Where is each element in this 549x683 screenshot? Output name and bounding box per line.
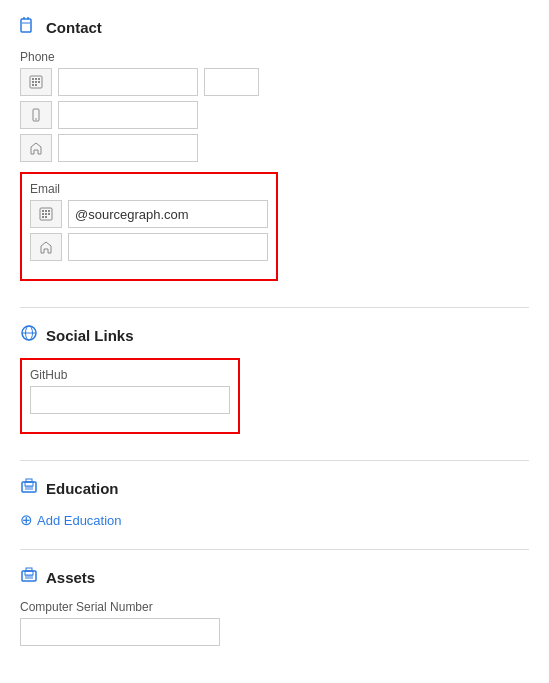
github-input-row	[30, 386, 230, 414]
email-home-icon	[30, 233, 62, 261]
phone-mobile-icon	[20, 101, 52, 129]
phone-work-row	[20, 68, 529, 96]
email-label: Email	[30, 182, 268, 196]
svg-rect-31	[26, 479, 32, 482]
svg-rect-17	[45, 210, 47, 212]
svg-point-14	[35, 118, 37, 120]
email-work-icon	[30, 200, 62, 228]
svg-rect-0	[21, 19, 31, 32]
contact-header: Contact	[20, 16, 529, 38]
computer-serial-label: Computer Serial Number	[20, 600, 529, 614]
assets-icon	[20, 566, 38, 588]
github-highlight-box: GitHub	[20, 358, 240, 434]
social-section: Social Links GitHub	[20, 324, 529, 440]
divider-3	[20, 549, 529, 550]
phone-work-input[interactable]	[58, 68, 198, 96]
svg-rect-22	[42, 216, 44, 218]
assets-section: Assets Computer Serial Number	[20, 566, 529, 646]
email-group: Email	[30, 182, 268, 261]
divider-2	[20, 460, 529, 461]
svg-rect-20	[45, 213, 47, 215]
svg-rect-21	[48, 213, 50, 215]
github-label: GitHub	[30, 368, 230, 382]
education-section: Education ⊕ Add Education	[20, 477, 529, 529]
svg-rect-19	[42, 213, 44, 215]
phone-mobile-input[interactable]	[58, 101, 198, 129]
assets-title: Assets	[46, 569, 95, 586]
phone-work-icon	[20, 68, 52, 96]
svg-rect-8	[32, 81, 34, 83]
svg-rect-5	[32, 78, 34, 80]
computer-serial-row	[20, 618, 529, 646]
email-home-input[interactable]	[68, 233, 268, 261]
phone-label: Phone	[20, 50, 529, 64]
svg-rect-7	[38, 78, 40, 80]
computer-serial-input[interactable]	[20, 618, 220, 646]
email-work-input[interactable]	[68, 200, 268, 228]
social-header: Social Links	[20, 324, 529, 346]
svg-rect-6	[35, 78, 37, 80]
divider-1	[20, 307, 529, 308]
computer-serial-group: Computer Serial Number	[20, 600, 529, 646]
contact-title: Contact	[46, 19, 102, 36]
svg-rect-18	[48, 210, 50, 212]
assets-header: Assets	[20, 566, 529, 588]
svg-rect-12	[35, 84, 37, 86]
svg-rect-23	[45, 216, 47, 218]
svg-rect-9	[35, 81, 37, 83]
phone-home-row	[20, 134, 529, 162]
svg-rect-36	[26, 568, 32, 571]
svg-rect-10	[38, 81, 40, 83]
phone-home-icon	[20, 134, 52, 162]
add-education-label: Add Education	[37, 513, 122, 528]
social-title: Social Links	[46, 327, 134, 344]
education-header: Education	[20, 477, 529, 499]
svg-rect-11	[32, 84, 34, 86]
phone-work-ext-input[interactable]	[204, 68, 259, 96]
svg-rect-16	[42, 210, 44, 212]
email-work-row	[30, 200, 268, 228]
contact-section: Contact Phone	[20, 16, 529, 287]
email-highlight-box: Email	[20, 172, 278, 281]
phone-mobile-row	[20, 101, 529, 129]
contact-icon	[20, 16, 38, 38]
github-group: GitHub	[30, 368, 230, 414]
github-input[interactable]	[30, 386, 230, 414]
email-home-row	[30, 233, 268, 261]
social-icon	[20, 324, 38, 346]
phone-home-input[interactable]	[58, 134, 198, 162]
phone-group: Phone	[20, 50, 529, 162]
add-education-icon: ⊕	[20, 511, 33, 529]
education-title: Education	[46, 480, 119, 497]
education-icon	[20, 477, 38, 499]
add-education-link[interactable]: ⊕ Add Education	[20, 511, 122, 529]
